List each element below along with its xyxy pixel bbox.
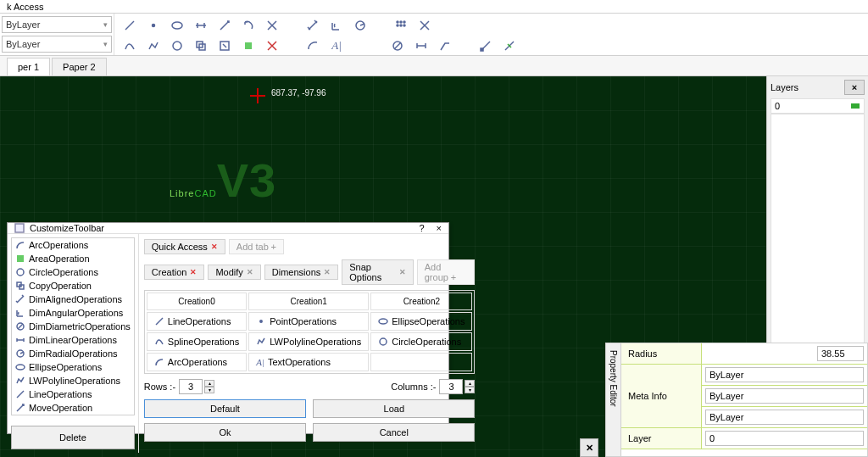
logo-text: LibreCADV3 [170, 151, 276, 208]
rotate-tool-icon[interactable] [238, 15, 259, 36]
polyline-tool-icon[interactable] [143, 36, 164, 56]
cell-r2c1[interactable]: A|TextOperations [248, 353, 369, 371]
svg-point-3 [397, 21, 398, 23]
layer-dropdown-1[interactable]: ByLayer [2, 16, 112, 33]
layers-close-button[interactable]: × [844, 80, 865, 95]
plus-icon: + [451, 272, 456, 282]
group-snap[interactable]: Snap Options✕ [342, 259, 413, 285]
delete-tool-icon[interactable] [262, 36, 282, 56]
prop-meta-3[interactable] [705, 410, 864, 425]
cancel-button[interactable]: Cancel [313, 423, 475, 442]
layer-row-0[interactable]: 0 [771, 98, 865, 114]
svg-point-2 [356, 21, 364, 30]
op-dimangular[interactable]: DimAngularOperations [12, 306, 134, 320]
tab-paper-1[interactable]: per 1 [7, 58, 50, 75]
add-tab-button[interactable]: Add tab + [229, 239, 284, 254]
svg-point-23 [16, 365, 25, 370]
area-tool-icon[interactable] [238, 36, 259, 56]
dialog-help-button[interactable]: ? [419, 223, 424, 233]
tab-close-icon[interactable]: ✕ [190, 268, 197, 276]
default-button[interactable]: Default [144, 399, 306, 418]
prop-layer-input[interactable] [705, 431, 864, 446]
ellipse-tool-icon[interactable] [167, 15, 187, 36]
tab-close-icon[interactable]: ✕ [399, 268, 406, 276]
op-ellipse[interactable]: EllipseOperations [12, 360, 134, 374]
scale-tool-icon[interactable] [214, 36, 235, 56]
operations-list[interactable]: ArcOperations AreaOperation CircleOperat… [11, 237, 135, 415]
cell-r0c0[interactable]: LineOperations [147, 312, 247, 331]
op-dimlinear[interactable]: DimLinearOperations [12, 333, 134, 347]
tab-paper-2[interactable]: Paper 2 [52, 58, 107, 75]
ok-button[interactable]: Ok [144, 423, 306, 442]
svg-point-9 [173, 42, 181, 50]
dialog-close-button[interactable]: × [437, 223, 442, 233]
dialog-delete-button[interactable]: Delete [11, 426, 135, 449]
snap-intersect-icon[interactable] [415, 15, 435, 36]
op-area[interactable]: AreaOperation [12, 252, 134, 265]
op-dimradial[interactable]: DimRadialOperations [12, 347, 134, 360]
dialog-titlebar[interactable]: CustomizeToolbar ? × [8, 223, 448, 234]
cols-spinner[interactable]: ▴▾ [439, 379, 475, 394]
up-arrow-icon[interactable]: ▴ [204, 380, 214, 387]
load-button[interactable]: Load [313, 399, 475, 418]
tab-close-icon[interactable]: ✕ [324, 268, 331, 276]
move-tool-icon[interactable] [214, 15, 235, 36]
layer-dropdowns: ByLayer ByLayer [0, 14, 114, 55]
cell-r0c1[interactable]: PointOperations [248, 312, 369, 331]
cell-r1c2[interactable]: CircleOperations [370, 332, 472, 351]
snap-end-icon[interactable] [476, 36, 496, 56]
cell-r2c0[interactable]: ArcOperations [147, 353, 247, 371]
dim-aligned-icon[interactable] [303, 15, 323, 36]
text-tool-icon[interactable]: A| [326, 36, 347, 56]
op-lwpoly[interactable]: LWPolylineOperations [12, 374, 134, 387]
tab-close-icon[interactable]: ✕ [247, 268, 253, 276]
op-line[interactable]: LineOperations [12, 387, 134, 401]
spline-tool-icon[interactable] [120, 36, 140, 56]
op-copy[interactable]: CopyOperation [12, 279, 134, 293]
add-group-button[interactable]: Add group + [417, 259, 476, 285]
group-dimensions[interactable]: Dimensions✕ [264, 265, 338, 280]
tab-quick-access[interactable]: Quick Access✕ [144, 239, 225, 254]
op-move[interactable]: MoveOperation [12, 401, 134, 415]
page-tab-bar: per 1 Paper 2 [0, 56, 868, 76]
trim-tool-icon[interactable] [262, 15, 282, 36]
op-dimdiametric[interactable]: DimDiametricOperations [12, 320, 134, 333]
dim-leader-icon[interactable] [435, 36, 455, 56]
op-circle[interactable]: CircleOperations [12, 265, 134, 279]
rows-spinner[interactable]: ▴▾ [179, 379, 214, 394]
svg-point-0 [153, 25, 155, 27]
cell-r1c1[interactable]: LWPolylineOperations [248, 332, 369, 351]
svg-point-26 [380, 338, 387, 345]
console-close-button[interactable]: ✕ [580, 438, 598, 457]
tab-close-icon[interactable]: ✕ [211, 242, 218, 251]
cell-r0c2[interactable]: EllipseOperations [370, 312, 472, 331]
op-dimaligned[interactable]: DimAlignedOperations [12, 293, 134, 306]
arc-tool-icon[interactable] [303, 36, 323, 56]
group-creation[interactable]: Creation✕ [144, 265, 205, 280]
prop-radius-input[interactable] [817, 346, 864, 361]
copy-tool-icon[interactable] [191, 36, 211, 56]
prop-meta-1[interactable] [705, 367, 864, 382]
group-modify[interactable]: Modify✕ [208, 265, 260, 280]
snap-mid-icon[interactable] [499, 36, 520, 56]
line-tool-icon[interactable] [120, 15, 140, 36]
property-editor-tab[interactable]: Property Editor [606, 343, 621, 456]
circle-tool-icon[interactable] [167, 36, 187, 56]
dim-linear-icon[interactable] [411, 36, 431, 56]
dialog-title: CustomizeToolbar [30, 223, 104, 233]
up-arrow-icon[interactable]: ▴ [465, 380, 475, 387]
op-arc[interactable]: ArcOperations [12, 238, 134, 252]
dim-radial-icon[interactable] [350, 15, 370, 36]
dim-diametric-icon[interactable] [387, 36, 408, 56]
prop-meta-2[interactable] [705, 388, 864, 404]
point-tool-icon[interactable] [143, 15, 164, 36]
snap-grid-icon[interactable] [391, 15, 411, 36]
cell-r1c0[interactable]: SplineOperations [147, 332, 247, 351]
down-arrow-icon[interactable]: ▾ [465, 387, 475, 393]
dim-angular-icon[interactable] [326, 15, 347, 36]
down-arrow-icon[interactable]: ▾ [204, 387, 214, 393]
dim-tool-icon[interactable] [191, 15, 211, 36]
cell-r2c2[interactable] [370, 353, 472, 371]
layer-dropdown-2[interactable]: ByLayer [2, 36, 112, 53]
svg-rect-15 [851, 103, 860, 109]
